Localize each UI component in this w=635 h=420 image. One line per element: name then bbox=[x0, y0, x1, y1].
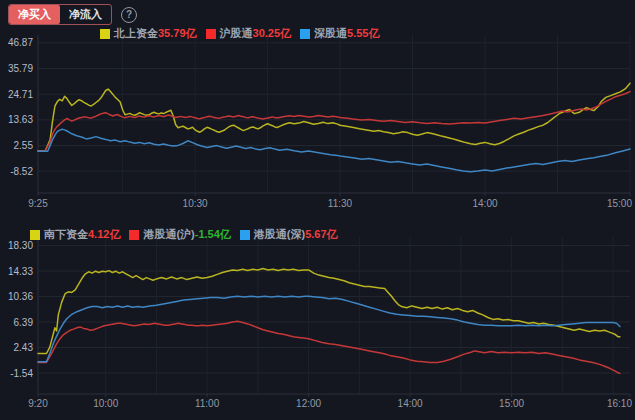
legend-swatch bbox=[240, 230, 250, 240]
x-axis-label: 10:30 bbox=[183, 198, 208, 209]
x-axis-label: 9:20 bbox=[28, 398, 48, 409]
legend-value: 30.25亿 bbox=[253, 26, 292, 41]
legend-value: -1.54亿 bbox=[195, 227, 231, 242]
legend-label: 沪股通 bbox=[220, 26, 253, 41]
legend-southbound: 南下资金4.12亿港股通(沪)-1.54亿港股通(深)5.67亿 bbox=[30, 227, 338, 242]
legend-label: 南下资金 bbox=[44, 227, 88, 242]
x-axis-label: 16:10 bbox=[607, 398, 632, 409]
legend-item-hk-hu[interactable]: 港股通(沪)-1.54亿 bbox=[129, 227, 230, 242]
series-line-south-total bbox=[38, 269, 620, 354]
x-axis-label: 14:00 bbox=[472, 198, 497, 209]
y-axis-label: 46.87 bbox=[8, 37, 33, 48]
legend-swatch bbox=[100, 29, 110, 39]
y-axis-label: 10.36 bbox=[8, 291, 33, 302]
legend-swatch bbox=[129, 230, 139, 240]
x-axis-label: 15:00 bbox=[499, 398, 524, 409]
x-axis-label: 11:00 bbox=[195, 398, 220, 409]
y-axis-label: -8.52 bbox=[10, 166, 33, 177]
legend-item-north-total[interactable]: 北上资金35.79亿 bbox=[100, 26, 197, 41]
northbound-chart[interactable]: 46.8735.7924.7113.632.55-8.529:2510:3011… bbox=[8, 35, 632, 209]
y-axis-label: 2.55 bbox=[14, 140, 34, 151]
y-axis-label: 14.33 bbox=[8, 266, 33, 277]
legend-value: 35.79亿 bbox=[158, 26, 197, 41]
series-line-shengutong bbox=[38, 129, 630, 172]
legend-value: 5.67亿 bbox=[305, 227, 337, 242]
x-axis-label: 12:00 bbox=[296, 398, 321, 409]
legend-label: 深股通 bbox=[314, 26, 347, 41]
legend-swatch bbox=[300, 29, 310, 39]
x-axis-label: 11:30 bbox=[328, 198, 353, 209]
help-icon[interactable]: ? bbox=[121, 7, 137, 23]
legend-item-hugutong[interactable]: 沪股通30.25亿 bbox=[206, 26, 292, 41]
legend-item-hk-shen[interactable]: 港股通(深)5.67亿 bbox=[240, 227, 338, 242]
legend-value: 5.55亿 bbox=[347, 26, 379, 41]
y-axis-label: 6.39 bbox=[14, 317, 34, 328]
x-axis-label: 15:00 bbox=[607, 198, 632, 209]
y-axis-label: 2.43 bbox=[14, 342, 34, 353]
header: 净买入 净流入 ? bbox=[8, 4, 137, 25]
view-toggle: 净买入 净流入 bbox=[8, 4, 112, 25]
legend-label: 北上资金 bbox=[114, 26, 158, 41]
charts-canvas[interactable]: 46.8735.7924.7113.632.55-8.529:2510:3011… bbox=[0, 0, 635, 420]
y-axis-label: 24.71 bbox=[8, 89, 33, 100]
legend-swatch bbox=[206, 29, 216, 39]
legend-value: 4.12亿 bbox=[88, 227, 120, 242]
y-axis-label: 13.63 bbox=[8, 114, 33, 125]
legend-label: 港股通(深) bbox=[254, 227, 305, 242]
legend-northbound: 北上资金35.79亿沪股通30.25亿深股通5.55亿 bbox=[100, 26, 379, 41]
tab-net-buy[interactable]: 净买入 bbox=[9, 5, 60, 24]
x-axis-label: 9:25 bbox=[28, 198, 48, 209]
y-axis-label: -1.54 bbox=[10, 368, 33, 379]
legend-item-shengutong[interactable]: 深股通5.55亿 bbox=[300, 26, 379, 41]
legend-swatch bbox=[30, 230, 40, 240]
southbound-chart[interactable]: 18.3014.3310.366.392.43-1.549:2010:0011:… bbox=[8, 237, 632, 409]
legend-label: 港股通(沪) bbox=[143, 227, 194, 242]
x-axis-label: 10:00 bbox=[93, 398, 118, 409]
capital-flow-panel: 46.8735.7924.7113.632.55-8.529:2510:3011… bbox=[0, 0, 635, 420]
x-axis-label: 14:00 bbox=[398, 398, 423, 409]
y-axis-label: 35.79 bbox=[8, 63, 33, 74]
legend-item-south-total[interactable]: 南下资金4.12亿 bbox=[30, 227, 120, 242]
tab-net-inflow[interactable]: 净流入 bbox=[60, 5, 111, 24]
